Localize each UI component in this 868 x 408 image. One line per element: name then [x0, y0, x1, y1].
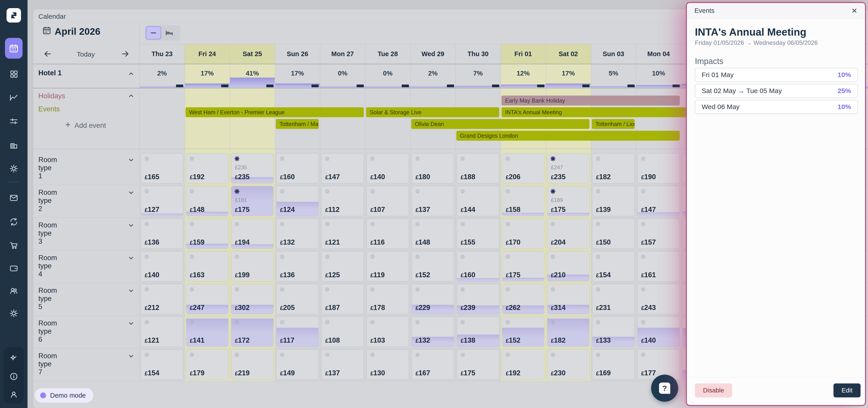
price-cell[interactable]: £139	[592, 186, 635, 216]
price-cell[interactable]: £127	[141, 186, 184, 216]
price-cell[interactable]: £182	[547, 316, 590, 347]
price-cell[interactable]: £116	[366, 218, 409, 249]
account-icon[interactable]	[5, 389, 23, 400]
info-icon[interactable]	[5, 372, 23, 381]
price-cell[interactable]: £155	[457, 218, 499, 249]
price-cell[interactable]: £192	[186, 153, 228, 184]
price-cell[interactable]: £205	[276, 284, 319, 314]
price-cell[interactable]: £147	[321, 153, 364, 184]
price-cell[interactable]: £302	[231, 284, 274, 314]
price-cell[interactable]: £117	[276, 316, 319, 347]
price-cell[interactable]: £130	[366, 349, 409, 380]
ai-sparkles-icon[interactable]	[5, 353, 23, 363]
room-type-label[interactable]: Room type 4	[38, 254, 57, 278]
today-button[interactable]: Today	[68, 50, 104, 58]
price-cell[interactable]: £152	[502, 316, 545, 347]
price-cell[interactable]: £121	[321, 218, 364, 249]
price-cell[interactable]: £204	[547, 218, 590, 249]
room-collapse-chevron-down-icon[interactable]	[128, 287, 134, 295]
sidebar-item-properties[interactable]	[5, 140, 23, 150]
room-type-label[interactable]: Room type 1	[38, 156, 57, 180]
room-type-label[interactable]: Room type 3	[38, 221, 57, 245]
room-collapse-chevron-down-icon[interactable]	[128, 189, 134, 197]
price-cell[interactable]: £140	[366, 153, 409, 184]
sidebar-item-mail[interactable]	[5, 193, 23, 203]
edit-button[interactable]: Edit	[834, 383, 861, 398]
room-collapse-chevron-down-icon[interactable]	[128, 157, 134, 164]
price-cell[interactable]: £231	[592, 284, 635, 314]
price-cell[interactable]: £149	[276, 349, 319, 380]
price-cell[interactable]: £165	[141, 153, 184, 184]
price-cell[interactable]: £177	[637, 349, 680, 380]
impact-row[interactable]: Sat 02 May → Tue 05 May 25%	[695, 84, 858, 98]
price-cell[interactable]: £108	[321, 316, 364, 347]
price-cell[interactable]: £141	[186, 316, 228, 347]
price-cell[interactable]: £262	[502, 284, 545, 314]
price-cell[interactable]: £140	[637, 316, 680, 347]
price-cell[interactable]: £150	[592, 218, 635, 249]
price-cell[interactable]: £133	[592, 316, 635, 347]
holidays-row-label[interactable]: Holidays	[38, 92, 65, 100]
price-cell[interactable]: £148	[186, 186, 228, 216]
price-cell[interactable]: £192	[502, 349, 545, 380]
price-cell[interactable]: £148	[411, 218, 454, 249]
price-cell[interactable]: £314	[547, 284, 590, 314]
room-type-label[interactable]: Room type 7	[38, 352, 57, 376]
sidebar-item-sync[interactable]	[5, 217, 23, 227]
room-type-label[interactable]: Room type 5	[38, 286, 57, 311]
sidebar-item-dashboard[interactable]	[5, 69, 23, 79]
room-collapse-chevron-down-icon[interactable]	[128, 255, 134, 262]
events-row-label[interactable]: Events	[38, 105, 60, 113]
price-cell[interactable]: £136	[141, 218, 184, 249]
price-cell[interactable]: £136	[276, 251, 319, 282]
price-cell[interactable]: £163	[186, 251, 228, 282]
room-collapse-chevron-down-icon[interactable]	[128, 353, 134, 361]
price-cell[interactable]: £206	[502, 153, 545, 184]
sidebar-item-analytics[interactable]	[5, 93, 23, 103]
price-cell[interactable]: £170	[502, 218, 545, 249]
price-cell[interactable]: £124	[276, 186, 319, 216]
impact-row[interactable]: Fri 01 May 10%	[695, 68, 858, 82]
sidebar-item-preferences[interactable]	[5, 308, 23, 318]
price-cell[interactable]: £161	[637, 251, 680, 282]
price-cell[interactable]: £194	[231, 218, 274, 249]
close-icon[interactable]: ✕	[851, 7, 858, 14]
add-event-button[interactable]: Add event	[65, 121, 106, 130]
price-cell[interactable]: £103	[366, 316, 409, 347]
price-cell[interactable]: £121	[141, 316, 184, 347]
price-cell[interactable]: £188	[457, 153, 499, 184]
sidebar-item-calendar[interactable]	[5, 38, 23, 59]
price-cell[interactable]: £137	[321, 349, 364, 380]
price-cell[interactable]: £180	[411, 153, 454, 184]
event-bar-event[interactable]: Tottenham / Man	[276, 119, 319, 129]
sidebar-item-filters[interactable]	[5, 116, 23, 126]
next-period-button[interactable]	[121, 49, 130, 60]
price-cell[interactable]: £230	[547, 349, 590, 380]
event-bar-event[interactable]: Grand Designs London	[456, 131, 680, 141]
price-cell[interactable]: £119	[366, 251, 409, 282]
room-type-label[interactable]: Room type 6	[38, 319, 57, 343]
hotel-name[interactable]: Hotel 1	[38, 69, 62, 77]
price-cell[interactable]: £158	[502, 186, 545, 216]
sidebar-item-settings[interactable]	[5, 164, 23, 174]
price-cell[interactable]: £132	[411, 316, 454, 347]
price-cell[interactable]: £187	[321, 284, 364, 314]
price-cell[interactable]: £229	[411, 284, 454, 314]
price-cell[interactable]: £160	[276, 153, 319, 184]
room-type-label[interactable]: Room type 2	[38, 189, 57, 213]
price-cell[interactable]: £147	[637, 186, 680, 216]
price-cell[interactable]: £157	[637, 218, 680, 249]
disable-button[interactable]: Disable	[695, 383, 732, 398]
price-cell[interactable]: £125	[321, 251, 364, 282]
price-cell[interactable]: £179	[186, 349, 228, 380]
price-cell[interactable]: £154	[592, 251, 635, 282]
price-cell[interactable]: £247	[186, 284, 228, 314]
price-cell[interactable]: £132	[276, 218, 319, 249]
impact-row[interactable]: Wed 06 May 10%	[695, 100, 858, 114]
help-button[interactable]: ?	[651, 375, 678, 402]
price-cell[interactable]: £138	[457, 316, 499, 347]
event-bar-event[interactable]: Solar & Storage Live	[366, 107, 499, 117]
prev-period-button[interactable]	[43, 49, 52, 60]
price-cell[interactable]: £175	[457, 349, 499, 380]
price-cell[interactable]: £190	[637, 153, 680, 184]
